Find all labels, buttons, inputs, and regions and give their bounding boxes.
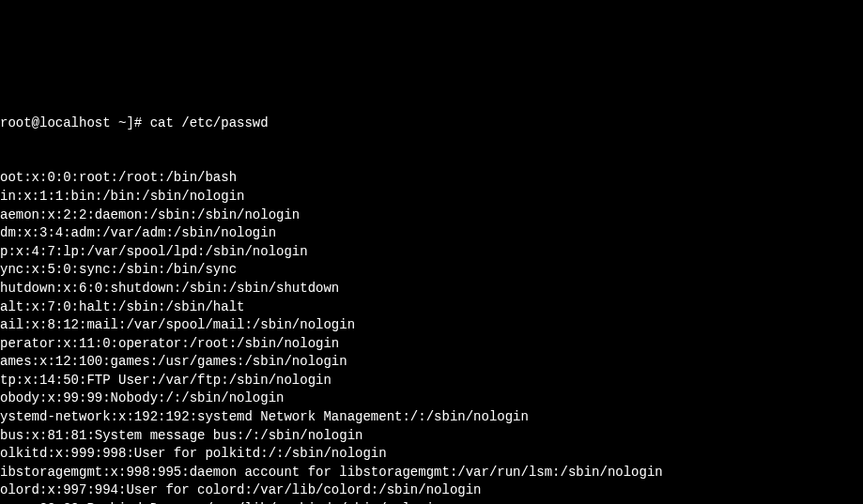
output-line: in:x:1:1:bin:/bin:/sbin/nologin	[0, 188, 863, 206]
command-text: cat /etc/passwd	[150, 115, 269, 133]
terminal-window[interactable]: root@localhost ~]# cat /etc/passwd oot:x…	[0, 77, 863, 504]
output-line: dm:x:3:4:adm:/var/adm:/sbin/nologin	[0, 224, 863, 243]
output-line: hutdown:x:6:0:shutdown:/sbin:/sbin/shutd…	[0, 280, 863, 298]
output-line: ail:x:8:12:mail:/var/spool/mail:/sbin/no…	[0, 316, 863, 335]
output-line: ystemd-network:x:192:192:systemd Network…	[0, 408, 863, 427]
output-line: alt:x:7:0:halt:/sbin:/sbin/halt	[0, 298, 863, 317]
output-line: aemon:x:2:2:daemon:/sbin:/sbin/nologin	[0, 206, 863, 225]
shell-prompt: root@localhost ~]#	[0, 115, 150, 133]
output-line: obody:x:99:99:Nobody:/:/sbin/nologin	[0, 389, 863, 408]
output-line: olord:x:997:994:User for colord:/var/lib…	[0, 481, 863, 500]
command-line: root@localhost ~]# cat /etc/passwd	[0, 115, 863, 133]
output-line: tp:x:14:50:FTP User:/var/ftp:/sbin/nolog…	[0, 372, 863, 390]
output-line: olkitd:x:999:998:User for polkitd:/:/sbi…	[0, 445, 863, 464]
output-line: ync:x:5:0:sync:/sbin:/bin/sync	[0, 261, 863, 280]
output-line: p:x:4:7:lp:/var/spool/lpd:/sbin/nologin	[0, 243, 863, 262]
output-line: oot:x:0:0:root:/root:/bin/bash	[0, 169, 863, 188]
output-line: perator:x:11:0:operator:/root:/sbin/nolo…	[0, 335, 863, 354]
output-line: pc:x:32:32:Rpcbind Daemon:/var/lib/rpcbi…	[0, 500, 863, 504]
output-line: ames:x:12:100:games:/usr/games:/sbin/nol…	[0, 353, 863, 372]
output-line: bus:x:81:81:System message bus:/:/sbin/n…	[0, 427, 863, 446]
command-output: oot:x:0:0:root:/root:/bin/bashin:x:1:1:b…	[0, 169, 863, 504]
output-line: ibstoragemgmt:x:998:995:daemon account f…	[0, 464, 863, 482]
